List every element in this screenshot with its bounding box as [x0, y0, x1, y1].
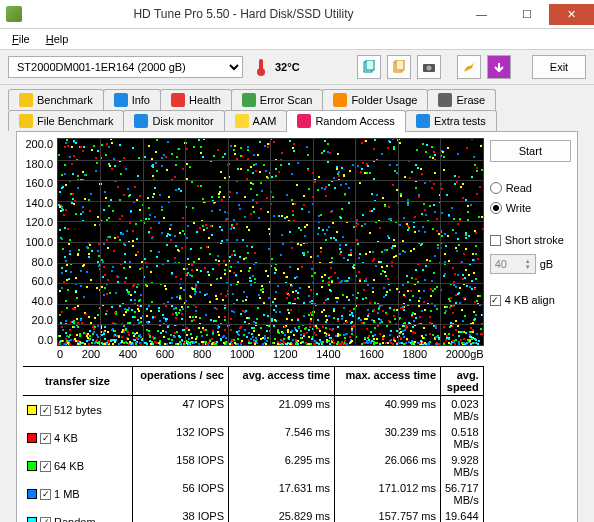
- table-row: ✓Random38 IOPS25.829 ms157.757 ms19.644 …: [23, 508, 484, 522]
- row-checkbox[interactable]: ✓: [40, 517, 51, 523]
- menu-bar: File Help: [0, 29, 594, 49]
- tab-disk-monitor[interactable]: Disk monitor: [123, 110, 224, 131]
- svg-rect-10: [171, 93, 185, 107]
- header-avg-speed: avg. speed: [441, 367, 484, 395]
- svg-rect-11: [242, 93, 256, 107]
- radio-write[interactable]: [490, 202, 502, 214]
- tab-icon: [242, 93, 256, 107]
- maximize-button[interactable]: ☐: [504, 4, 549, 25]
- app-icon: [6, 6, 22, 22]
- row-checkbox[interactable]: ✓: [40, 405, 51, 416]
- tab-erase[interactable]: Erase: [427, 89, 496, 110]
- tab-icon: [438, 93, 452, 107]
- svg-rect-8: [19, 93, 33, 107]
- checkbox-4kb-align[interactable]: ✓: [490, 295, 501, 306]
- tab-info[interactable]: Info: [103, 89, 161, 110]
- svg-rect-12: [333, 93, 347, 107]
- label-write: Write: [506, 202, 531, 214]
- tab-file-benchmark[interactable]: File Benchmark: [8, 110, 124, 131]
- series-color-swatch: [27, 405, 37, 415]
- svg-rect-14: [19, 114, 33, 128]
- save-button[interactable]: [487, 55, 511, 79]
- svg-rect-13: [438, 93, 452, 107]
- window-title: HD Tune Pro 5.50 - Hard Disk/SSD Utility: [28, 7, 459, 21]
- chart-area: ms 200.0180.0160.0140.0120.0100.080.060.…: [23, 138, 484, 522]
- tab-extra-tests[interactable]: Extra tests: [405, 110, 497, 131]
- radio-read-row[interactable]: Read: [490, 182, 571, 194]
- stroke-spinner[interactable]: 40▲▼: [490, 254, 536, 274]
- tab-random-access[interactable]: Random Access: [286, 110, 405, 132]
- svg-rect-3: [366, 60, 374, 70]
- tab-error-scan[interactable]: Error Scan: [231, 89, 324, 110]
- side-panel: Start Read Write Short stroke 40▲▼ gB ✓4…: [490, 138, 571, 522]
- menu-help[interactable]: Help: [38, 31, 77, 47]
- tab-icon: [171, 93, 185, 107]
- svg-rect-5: [396, 60, 404, 70]
- label-read: Read: [506, 182, 532, 194]
- exit-button[interactable]: Exit: [532, 55, 586, 79]
- table-row: ✓1 MB56 IOPS17.631 ms171.012 ms56.717 MB…: [23, 480, 484, 508]
- tab-icon: [134, 114, 148, 128]
- tab-icon: [114, 93, 128, 107]
- thermometer-icon: [255, 57, 267, 77]
- svg-rect-9: [114, 93, 128, 107]
- svg-rect-18: [416, 114, 430, 128]
- tab-aam[interactable]: AAM: [224, 110, 288, 131]
- plot-area: [57, 138, 484, 346]
- header-transfer-size: transfer size: [23, 367, 133, 395]
- short-stroke-row[interactable]: Short stroke: [490, 234, 571, 246]
- screenshot-button[interactable]: [417, 55, 441, 79]
- svg-rect-16: [235, 114, 249, 128]
- options-button[interactable]: [457, 55, 481, 79]
- stroke-unit: gB: [540, 258, 553, 270]
- temperature-value: 32°C: [275, 61, 300, 73]
- label-4kb-align: 4 KB align: [505, 294, 555, 306]
- copy-screenshot-button[interactable]: [387, 55, 411, 79]
- drive-select[interactable]: ST2000DM001-1ER164 (2000 gB): [8, 56, 243, 78]
- series-color-swatch: [27, 461, 37, 471]
- tab-icon: [333, 93, 347, 107]
- series-color-swatch: [27, 517, 37, 522]
- toolbar: ST2000DM001-1ER164 (2000 gB) 32°C Exit: [0, 49, 594, 85]
- header-max-access: max. access time: [335, 367, 441, 395]
- menu-file[interactable]: File: [4, 31, 38, 47]
- close-button[interactable]: ✕: [549, 4, 594, 25]
- scatter-chart: ms 200.0180.0160.0140.0120.0100.080.060.…: [23, 138, 484, 346]
- tab-icon: [19, 114, 33, 128]
- tab-icon: [19, 93, 33, 107]
- tab-benchmark[interactable]: Benchmark: [8, 89, 104, 110]
- kb-align-row[interactable]: ✓4 KB align: [490, 294, 571, 306]
- table-row: ✓4 KB132 IOPS7.546 ms30.239 ms0.518 MB/s: [23, 424, 484, 452]
- row-checkbox[interactable]: ✓: [40, 433, 51, 444]
- table-row: ✓512 bytes47 IOPS21.099 ms40.999 ms0.023…: [23, 396, 484, 424]
- tab-health[interactable]: Health: [160, 89, 232, 110]
- series-color-swatch: [27, 433, 37, 443]
- tab-content: ms 200.0180.0160.0140.0120.0100.080.060.…: [16, 131, 578, 522]
- start-button[interactable]: Start: [490, 140, 571, 162]
- header-avg-access: avg. access time: [229, 367, 335, 395]
- window-controls: — ☐ ✕: [459, 4, 594, 25]
- radio-read[interactable]: [490, 182, 502, 194]
- stroke-value-row: 40▲▼ gB: [490, 254, 571, 274]
- tab-folder-usage[interactable]: Folder Usage: [322, 89, 428, 110]
- header-operations: operations / sec: [133, 367, 229, 395]
- tab-icon: [235, 114, 249, 128]
- row-checkbox[interactable]: ✓: [40, 489, 51, 500]
- svg-rect-15: [134, 114, 148, 128]
- tab-icon: [416, 114, 430, 128]
- series-color-swatch: [27, 489, 37, 499]
- radio-write-row[interactable]: Write: [490, 202, 571, 214]
- tab-icon: [297, 114, 311, 128]
- svg-point-1: [257, 68, 265, 76]
- label-short-stroke: Short stroke: [505, 234, 564, 246]
- checkbox-short-stroke[interactable]: [490, 235, 501, 246]
- results-table: transfer size operations / sec avg. acce…: [23, 366, 484, 522]
- table-row: ✓64 KB158 IOPS6.295 ms26.066 ms9.928 MB/…: [23, 452, 484, 480]
- copy-info-button[interactable]: [357, 55, 381, 79]
- svg-rect-17: [297, 114, 311, 128]
- tabs-container: BenchmarkInfoHealthError ScanFolder Usag…: [0, 85, 594, 522]
- table-header: transfer size operations / sec avg. acce…: [23, 367, 484, 396]
- row-checkbox[interactable]: ✓: [40, 461, 51, 472]
- title-bar: HD Tune Pro 5.50 - Hard Disk/SSD Utility…: [0, 0, 594, 29]
- minimize-button[interactable]: —: [459, 4, 504, 25]
